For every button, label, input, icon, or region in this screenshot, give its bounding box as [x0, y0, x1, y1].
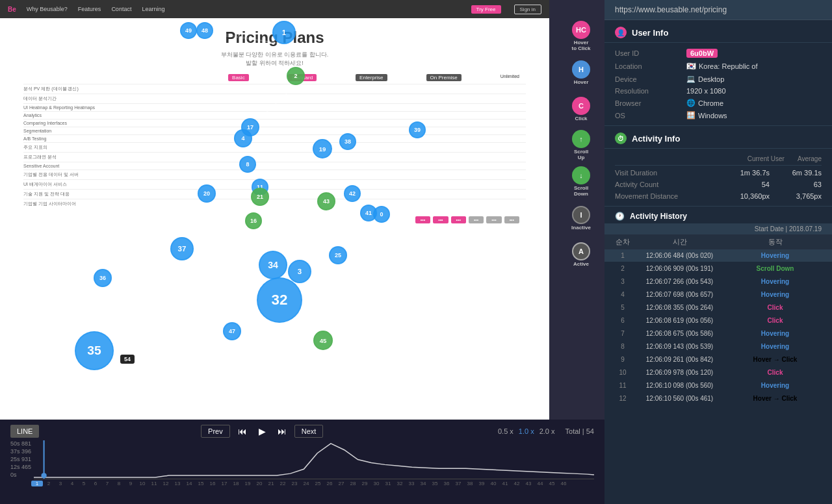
movement-distance-current: 10,360px [731, 192, 770, 200]
history-row-2[interactable]: 212:06:06 909 (00s 191)Scroll Down [604, 262, 832, 275]
col-action-header: 동작 [729, 237, 822, 247]
bubble-b19[interactable]: 19 [313, 139, 332, 158]
history-row-12[interactable]: 1212:06:10 560 (00s 461)Hover → Click [604, 392, 832, 405]
x-label-20: 20 [254, 481, 265, 486]
history-row-4[interactable]: 412:06:07 698 (00s 657)Hovering [604, 288, 832, 301]
next-button[interactable]: Next [294, 425, 324, 438]
nav-try-btn[interactable]: Try Free [471, 5, 501, 14]
bubble-b34[interactable]: 34 [259, 251, 287, 279]
nav-sign-btn[interactable]: Sign in [514, 5, 541, 14]
bubble-b47[interactable]: 47 [223, 322, 241, 340]
inactive-btn[interactable]: I Inactive [564, 201, 598, 235]
row-action-12: Hover → Click [729, 394, 822, 403]
bubble-b45[interactable]: 45 [313, 331, 333, 350]
bubble-b48[interactable]: 48 [196, 22, 213, 39]
x-label-16: 16 [207, 481, 218, 486]
prev-button[interactable]: Prev [201, 425, 230, 438]
bubble-b38[interactable]: 38 [339, 133, 356, 150]
scroll-down-btn[interactable]: ↓ ScrollDown [564, 165, 598, 199]
bubble-b16[interactable]: 16 [245, 212, 262, 229]
row-num-2: 2 [615, 265, 630, 272]
visit-duration-current: 1m 36.7s [731, 169, 770, 177]
speed-controls: 0.5 x 1.0 x 2.0 x Total | 54 [498, 427, 594, 435]
rewind-button[interactable]: ⏮ [234, 425, 251, 438]
scroll-up-btn[interactable]: ↑ ScrollUp [564, 129, 598, 162]
nav-why[interactable]: Why Beusable? [27, 6, 68, 12]
click-btn[interactable]: C Click [564, 92, 598, 126]
history-row-6[interactable]: 612:06:08 619 (00s 056)Click [604, 314, 832, 327]
bubble-b2[interactable]: 2 [287, 67, 305, 85]
row-time-12: 12:06:10 560 (00s 461) [633, 395, 726, 402]
hover-to-click-btn[interactable]: HC Hoverto Click [564, 19, 598, 53]
bubble-b43[interactable]: 43 [317, 192, 335, 210]
x-label-25: 25 [312, 481, 324, 486]
history-header: 🕐 Activity History [604, 207, 832, 223]
bubble-b20[interactable]: 20 [198, 184, 216, 203]
row-action-7: Hovering [729, 329, 822, 338]
bubble-b49[interactable]: 49 [180, 22, 197, 39]
movement-distance-label: Movement Distance [615, 192, 678, 200]
movement-distance-average: 3,765px [783, 192, 822, 200]
bubble-b3[interactable]: 3 [288, 260, 311, 283]
row-action-8: Hovering [729, 342, 822, 351]
row-action-4: Hovering [729, 290, 822, 299]
row-action-2: Scroll Down [729, 264, 822, 273]
speed-05[interactable]: 0.5 x [498, 427, 514, 435]
x-label-18: 18 [230, 481, 242, 486]
row-time-1: 12:06:06 484 (00s 020) [633, 252, 726, 259]
speed-10[interactable]: 1.0 x [519, 427, 534, 435]
fast-forward-button[interactable]: ⏭ [274, 425, 291, 438]
col-num-header: 순차 [615, 237, 630, 247]
history-row-10[interactable]: 1012:06:09 978 (00s 120)Click [604, 366, 832, 379]
history-row-8[interactable]: 812:06:09 143 (00s 539)Hovering [604, 340, 832, 353]
row-action-1: Hovering [729, 251, 822, 260]
activity-info-header: ⏱ Activity Info [604, 126, 832, 149]
row-action-6: Click [729, 316, 822, 325]
history-row-3[interactable]: 312:06:07 266 (00s 543)Hovering [604, 275, 832, 288]
speed-20[interactable]: 2.0 x [540, 427, 555, 435]
history-row-5[interactable]: 512:06:08 355 (00s 264)Click [604, 301, 832, 314]
x-label-40: 40 [488, 481, 499, 486]
x-label-17: 17 [218, 481, 230, 486]
x-label-24: 24 [300, 481, 312, 486]
total-label: Total | 54 [566, 427, 594, 435]
hover-btn[interactable]: H Hover [564, 56, 598, 90]
bubble-b42[interactable]: 42 [344, 185, 361, 202]
nav-features[interactable]: Features [78, 6, 101, 12]
bubble-b1[interactable]: 1 [272, 21, 296, 44]
line-button[interactable]: LINE [10, 425, 39, 438]
x-label-23: 23 [289, 481, 300, 486]
bubble-b39[interactable]: 39 [409, 121, 426, 138]
playback-bar: LINE Prev ⏮ ▶ ⏭ Next 0.5 x 1.0 x 2.0 x T… [0, 422, 604, 440]
activity-info-title: Activity Info [632, 134, 680, 144]
bubble-b37[interactable]: 37 [170, 237, 194, 260]
bubble-b17[interactable]: 17 [241, 118, 259, 136]
os-row: OS 🪟 Windows [615, 109, 822, 121]
bubble-b35[interactable]: 35 [75, 331, 114, 370]
history-row-1[interactable]: 112:06:06 484 (00s 020)Hovering [604, 249, 832, 262]
nav-learning[interactable]: Learning [142, 6, 164, 12]
device-label: Device [615, 75, 686, 83]
user-info-title: User Info [632, 28, 668, 38]
history-row-11[interactable]: 1112:06:10 098 (00s 560)Hovering [604, 379, 832, 392]
bubble-b54[interactable]: 54 [120, 355, 135, 364]
bubble-b25[interactable]: 25 [329, 246, 347, 264]
play-button[interactable]: ▶ [255, 425, 270, 438]
bubble-b8[interactable]: 8 [239, 156, 256, 173]
x-label-13: 13 [172, 481, 183, 486]
location-row: Location 🇰🇷 Korea: Republic of [615, 60, 822, 73]
x-label-33: 33 [406, 481, 417, 486]
x-label-14: 14 [183, 481, 195, 486]
history-date-bar: Start Date | 2018.07.19 [604, 223, 832, 234]
history-row-9[interactable]: 912:06:09 261 (00s 842)Hover → Click [604, 353, 832, 366]
bubble-b21[interactable]: 21 [251, 188, 269, 206]
x-label-45: 45 [546, 481, 558, 486]
x-label-11: 11 [148, 481, 160, 486]
bubble-b36[interactable]: 36 [94, 269, 112, 287]
bubble-b32[interactable]: 32 [257, 277, 302, 323]
x-label-1: 1 [31, 481, 43, 486]
nav-contact[interactable]: Contact [111, 6, 131, 12]
history-row-7[interactable]: 712:06:08 675 (00s 586)Hovering [604, 327, 832, 340]
active-btn[interactable]: A Active [564, 238, 598, 271]
bubble-b0[interactable]: 0 [373, 206, 390, 223]
